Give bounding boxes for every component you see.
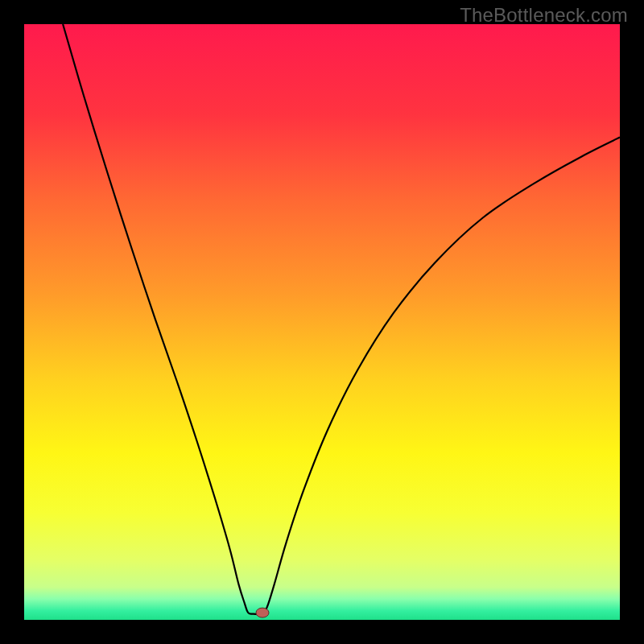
chart-canvas [24,24,620,620]
optimum-marker [256,608,269,617]
watermark-text: TheBottleneck.com [460,4,628,27]
gradient-background [24,24,620,620]
plot-area [24,24,620,620]
chart-frame: TheBottleneck.com [0,0,644,644]
